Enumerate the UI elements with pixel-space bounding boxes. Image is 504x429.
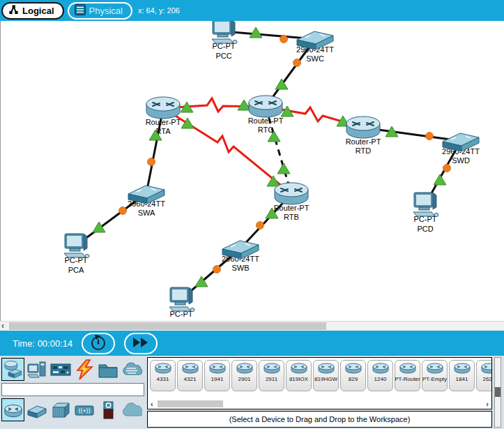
device-rtb[interactable] [275, 183, 308, 204]
fast-forward-icon [132, 337, 149, 350]
category-wireless-devices[interactable]: ((•)) [72, 398, 96, 421]
link-status-triangle-icon [93, 222, 105, 232]
device-model-2901[interactable]: 2901 [231, 360, 257, 391]
category-security[interactable] [96, 398, 119, 421]
router-icon [181, 362, 200, 375]
svg-text:((•)): ((•)) [78, 407, 90, 414]
device-rtc[interactable] [249, 96, 282, 117]
topology-svg: PC-PTPCC2960-24TTSWCRouter-PTRTARouter-P… [1, 21, 504, 321]
router-icon [208, 362, 227, 375]
routers-icon [3, 400, 24, 421]
category-row-bottom: ((•)) [0, 398, 146, 421]
simulation-time: Time: 00:00:14 [13, 338, 72, 349]
device-label: Router-PT [248, 116, 284, 125]
router-icon [153, 362, 173, 375]
device-scroll-left-icon[interactable]: ‹ [148, 400, 156, 408]
link-status-triangle-icon [277, 163, 290, 174]
device-scroll-right-icon[interactable]: › [483, 400, 491, 408]
category-connections[interactable] [72, 358, 96, 381]
device-model-label: 1941 [211, 376, 224, 382]
router-icon [452, 362, 472, 375]
device-model-1941[interactable]: 1941 [204, 360, 230, 391]
device-palette: ((•)) 43314321194129012911819IOX819HGW82… [0, 356, 504, 429]
scroll-left-arrow-icon[interactable]: ‹ [1, 321, 4, 331]
device-label: SWD [452, 156, 470, 165]
router-icon [480, 362, 493, 375]
hubs-icon [50, 400, 71, 421]
category-wan-emulation[interactable] [120, 398, 143, 421]
cursor-coordinates: x: 64, y: 206 [138, 6, 180, 15]
device-model-4331[interactable]: 4331 [150, 360, 176, 391]
category-switches[interactable] [25, 398, 48, 421]
reset-clock-button[interactable] [82, 333, 115, 354]
view-tab-bar: Logical Physical x: 64, y: 206 [0, 0, 504, 21]
device-pca[interactable] [64, 234, 89, 258]
device-model-819hgw[interactable]: 819HGW [313, 360, 339, 391]
device-list-scrollbar[interactable]: ‹ › [148, 399, 491, 409]
device-model-2620[interactable]: 2620 [476, 360, 492, 391]
category-routers[interactable] [1, 398, 24, 421]
link-status-triangle-icon [267, 176, 280, 186]
device-scrollbar-track[interactable] [156, 400, 484, 407]
device-label: Router-PT [346, 137, 381, 146]
link-status-triangle-icon [181, 118, 194, 128]
device-model-label: 4331 [157, 376, 169, 382]
device-model-label: PT-Router [395, 376, 420, 382]
device-label: RTB [284, 213, 299, 221]
category-hubs[interactable] [49, 398, 72, 421]
multiuser-icon [121, 359, 142, 380]
device-model-pt-empty[interactable]: PT-Empty [422, 360, 448, 391]
device-pcb[interactable] [169, 287, 194, 312]
device-model-1240[interactable]: 1240 [367, 360, 393, 391]
canvas-scrollbar-thumb[interactable] [9, 322, 326, 330]
reset-clock-icon [89, 333, 107, 354]
network-devices-icon [3, 359, 24, 380]
device-label: Router-PT [146, 118, 181, 126]
router-icon [262, 362, 282, 375]
router-icon [316, 362, 336, 375]
tab-logical[interactable]: Logical [1, 2, 64, 20]
category-components[interactable] [49, 358, 72, 381]
wan-emulation-icon [121, 400, 142, 421]
tab-logical-label: Logical [22, 6, 54, 16]
device-list-box: 43314321194129012911819IOX819HGW8291240P… [147, 357, 492, 409]
device-pcd[interactable] [413, 193, 438, 217]
device-model-829[interactable]: 829 [340, 360, 366, 391]
status-bar: (Select a Device to Drag and Drop to the… [147, 411, 492, 428]
link-status-dot-icon [293, 59, 301, 67]
device-label: RTC [258, 126, 273, 134]
device-model-819iox[interactable]: 819IOX [286, 360, 312, 391]
device-pcc[interactable] [212, 21, 237, 44]
link-status-dot-icon [443, 165, 451, 172]
category-row-top [0, 358, 146, 381]
device-rtd[interactable] [346, 116, 380, 138]
link-status-triangle-icon [238, 100, 250, 110]
category-name-box [1, 383, 144, 396]
device-label: SWC [306, 54, 324, 63]
fast-forward-button[interactable] [124, 333, 158, 354]
components-icon [50, 359, 71, 380]
device-model-label: PT-Empty [422, 376, 447, 382]
category-miscellaneous[interactable] [96, 358, 119, 381]
canvas-horizontal-scrollbar[interactable]: ‹ [0, 321, 504, 331]
link-status-dot-icon [148, 158, 155, 166]
device-label: SWA [138, 209, 155, 217]
workspace-canvas[interactable]: PC-PTPCC2960-24TTSWCRouter-PTRTARouter-P… [0, 21, 504, 321]
category-end-devices[interactable] [25, 358, 48, 381]
logical-topology-icon [8, 4, 19, 17]
device-model-4321[interactable]: 4321 [177, 360, 203, 391]
router-icon [289, 362, 309, 375]
device-model-2911[interactable]: 2911 [259, 360, 284, 391]
category-network-devices[interactable] [1, 358, 24, 381]
palette-vertical-scrollbar[interactable] [494, 357, 501, 428]
packet-tracer-window: Logical Physical x: 64, y: 206 PC-PTPCC2… [0, 0, 504, 429]
link-status-dot-icon [213, 266, 221, 273]
device-model-1841[interactable]: 1841 [449, 360, 475, 391]
device-model-pt-router[interactable]: PT-Router [395, 360, 420, 391]
device-scrollbar-thumb[interactable] [158, 400, 223, 407]
palette-scrollbar-thumb[interactable] [495, 387, 501, 397]
tab-physical[interactable]: Physical [68, 2, 132, 20]
router-icon [425, 362, 445, 375]
category-multiuser-connection[interactable] [120, 358, 143, 381]
device-rta[interactable] [146, 97, 180, 119]
